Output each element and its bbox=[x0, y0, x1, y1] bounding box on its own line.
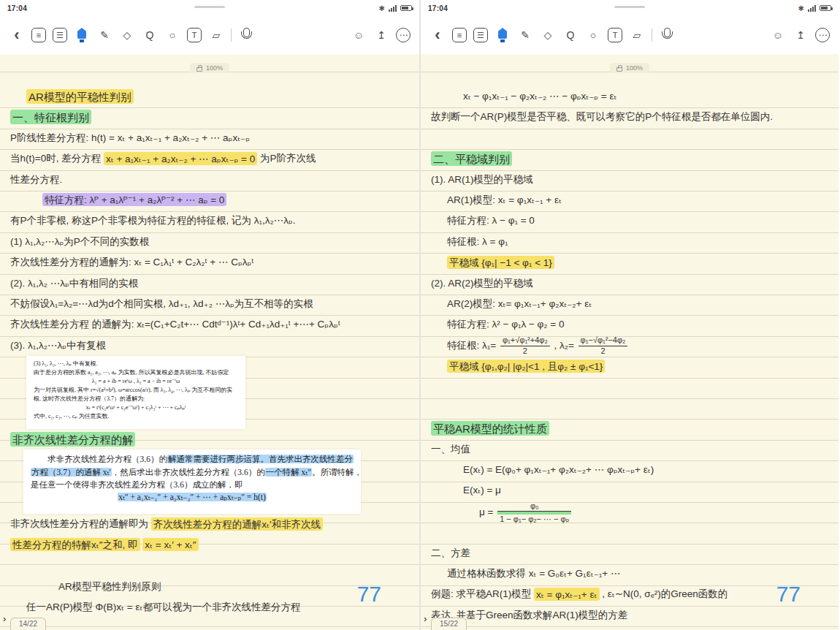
handwritten-line: 齐次线性差分方程的通解为: xₜ = C₁λ₁ᵗ + C₂λ₂ᵗ + ⋯ Cₚλ… bbox=[6, 252, 418, 273]
sidebar-chevron-icon[interactable]: › bbox=[3, 613, 6, 624]
back-icon[interactable]: ‹ bbox=[429, 27, 446, 43]
highlighted-text: 特征方程: λᴾ + a₁λᴾ⁻¹ + a₂λᴾ⁻² + ⋯ aₚ = 0 bbox=[42, 193, 226, 206]
bookmarks-icon[interactable]: ☰ bbox=[53, 28, 67, 42]
more-icon[interactable]: ⋯ bbox=[815, 28, 830, 42]
highlighted-text: xₜ + a₁xₜ₋₁ + a₂xₜ₋₂ + ⋯ aₚxₜ₋ₚ = 0 bbox=[104, 152, 257, 165]
print-line: 是任意一个使得非齐次线性差分方程（3.6）成立的解，即 bbox=[31, 479, 354, 491]
handwritten-line: AR模型平稳性判别原则 bbox=[6, 577, 418, 597]
text-icon[interactable]: T bbox=[608, 28, 622, 42]
text-segment: (3) λ₁, λ₂, ⋯, λₚ 中有复根. bbox=[34, 360, 98, 367]
tape-icon[interactable]: ▱ bbox=[629, 27, 645, 43]
paper-canvas[interactable]: 100% xₜ − φ₁xₜ₋₁ − φ₂xₜ₋₂ ⋯ − φₚxₜ₋ₚ = ε… bbox=[421, 54, 839, 630]
text-segment: , εₜ∼N(0, σₑ²)的Green函数的 bbox=[600, 588, 728, 599]
mic-icon[interactable] bbox=[659, 27, 675, 43]
share-icon[interactable]: ↥ bbox=[373, 27, 389, 43]
shapes-icon[interactable]: ○ bbox=[164, 27, 180, 43]
text-segment: 二、方差 bbox=[431, 547, 470, 558]
text-segment: 非齐次线性差分方程的通解即为 bbox=[10, 518, 151, 529]
favorite-pen-icon[interactable] bbox=[495, 27, 511, 43]
handwritten-line: 特征根: λ = φ₁ bbox=[427, 232, 837, 252]
highlighted-text: 平稳域 {φ₁,φ₂| |φ₂|<1 , 且φ₂ ± φ₁<1} bbox=[447, 360, 605, 373]
text-segment: 为P阶齐次线 bbox=[257, 153, 316, 164]
text-segment: (1) λ₁,λ₂⋯λₚ为P个不同的实数根 bbox=[10, 236, 149, 247]
lasso-icon[interactable]: Q bbox=[562, 27, 579, 43]
text-segment: 不妨假设λ₁=λ₂=⋯λd为d个相同实根, λd₊₁, λd₊₂ ⋯λₚ为互不相… bbox=[10, 298, 313, 309]
text-segment: 齐次线性差分方程 的通解为: xₜ=(C₁+C₂t+⋯ Cdtᵈ⁻¹)λᵗ+ C… bbox=[10, 319, 340, 330]
note-page-right: 17:04 ✱ ‹≡☰✎◇Q○T▱☺↥⋯ 100% xₜ − φ₁xₜ₋₁ − … bbox=[419, 0, 839, 630]
page-indicator[interactable]: 15/22 bbox=[431, 618, 467, 630]
text-segment: ，然后求出非齐次线性差分方程（3.6）的 bbox=[112, 468, 265, 477]
signal-icon bbox=[808, 5, 816, 12]
paper-canvas[interactable]: 100% AR模型的平稳性判别一、特征根判别P阶线性差分方程: h(t) = x… bbox=[0, 54, 419, 630]
page-indicator[interactable]: 14/22 bbox=[10, 618, 46, 630]
handwritten-line: E(xₜ) = μ bbox=[427, 480, 837, 501]
pen-icon[interactable]: ✎ bbox=[517, 27, 533, 43]
handwritten-line: 齐次线性差分方程 的通解为: xₜ=(C₁+C₂t+⋯ Cdtᵈ⁻¹)λᵗ+ C… bbox=[6, 314, 418, 335]
fraction: φ₁+√φ₁²+4φ₂2 bbox=[500, 335, 550, 356]
sticker-icon[interactable]: ☺ bbox=[770, 27, 786, 43]
fraction: φ₀1 − φ₁− φ₂− ⋯ − φₚ bbox=[497, 501, 571, 524]
clock: 17:04 bbox=[7, 4, 27, 12]
eraser-icon[interactable]: ◇ bbox=[119, 27, 135, 43]
text-segment: 是任意一个使得非齐次线性差分方程（3.6）成立的解，即 bbox=[31, 480, 243, 489]
text-segment: 齐次线性差分方程的通解为: xₜ = C₁λ₁ᵗ + C₂λ₂ᵗ + ⋯ Cₚλ… bbox=[10, 257, 253, 267]
favorite-pen-icon[interactable] bbox=[74, 27, 90, 43]
text-segment: 特征根: λ = φ₁ bbox=[447, 236, 508, 247]
zoom-level: 100% bbox=[626, 64, 643, 72]
handwritten-line: 非齐次线性差分方程的解 bbox=[6, 429, 418, 449]
zoom-indicator[interactable]: 100% bbox=[190, 63, 229, 73]
text-segment: E(xₜ) = E(φ₀+ φ₁xₜ₋₁+ φ₂xₜ₋₂+ ⋯ φₚxₜ₋ₚ+ … bbox=[463, 464, 654, 475]
outline-icon[interactable]: ≡ bbox=[452, 28, 467, 42]
text-segment: 。所谓特解，就 bbox=[312, 468, 361, 477]
text-segment: 由于差分方程的系数 a₁, a₂, ⋯, aₚ 为实数, 所以其复根必是共轭出现… bbox=[34, 369, 229, 376]
bookmarks-icon[interactable]: ☰ bbox=[473, 28, 488, 42]
text-segment: 任一AR(P)模型 Φ(B)xₜ = εₜ都可以视为一个非齐次线性差分方程 bbox=[26, 601, 300, 612]
handwritten-line: 平稳域 {φ₁,φ₂| |φ₂|<1 , 且φ₂ ± φ₁<1} bbox=[427, 356, 837, 376]
text-segment: (2). AR(2)模型的平稳域 bbox=[431, 278, 533, 289]
shapes-icon[interactable]: ○ bbox=[585, 27, 601, 43]
highlighted-text: 一个特解 xₜ″ bbox=[265, 468, 312, 477]
eraser-icon[interactable]: ◇ bbox=[540, 27, 556, 43]
handwritten-line: 特征方程: λ² − φ₁λ − φ₂ = 0 bbox=[427, 314, 837, 335]
text-segment: P阶线性差分方程: h(t) = xₜ + a₁xₜ₋₁ + a₂xₜ₋₂ + … bbox=[10, 132, 250, 143]
handwritten-line: 平稳AR模型的统计性质 bbox=[427, 418, 837, 439]
drag-handle-icon bbox=[194, 6, 225, 8]
highlighted-text: xₜ = φ₁xₜ₋₁+ εₜ bbox=[534, 588, 599, 601]
text-segment: 根, 这时齐次线性差分方程（3.7）的通解为: bbox=[34, 395, 145, 402]
toolbar: ‹≡☰✎◇Q○T▱☺↥⋯ bbox=[0, 16, 419, 54]
fraction: φ₁−√φ₁²−4φ₂2 bbox=[579, 335, 628, 356]
text-segment: 式中, c₁, c₂, ⋯, cₚ 为任意实数. bbox=[34, 413, 109, 420]
toolbar: ‹≡☰✎◇Q○T▱☺↥⋯ bbox=[421, 16, 839, 54]
handwritten-line: 特征根: λ₁= φ₁+√φ₁²+4φ₂2 , λ₂= φ₁−√φ₁²−4φ₂2 bbox=[427, 335, 837, 356]
handwritten-line: E(xₜ) = E(φ₀+ φ₁xₜ₋₁+ φ₂xₜ₋₂+ ⋯ φₚxₜ₋ₚ+ … bbox=[427, 460, 837, 480]
handwritten-line: 当h(t)=0时, 差分方程 xₜ + a₁xₜ₋₁ + a₂xₜ₋₂ + ⋯ … bbox=[6, 148, 418, 169]
unlock-icon bbox=[616, 67, 622, 72]
notes-app-split-view: 17:04 ✱ ‹≡☰✎◇Q○T▱☺↥⋯ 100% AR模型的平稳性判别一、特征… bbox=[0, 0, 840, 630]
handwritten-line: (1) λ₁,λ₂⋯λₚ为P个不同的实数根 bbox=[6, 232, 418, 252]
outline-icon[interactable]: ≡ bbox=[31, 28, 46, 42]
text-segment: 性差分方程. bbox=[10, 174, 62, 185]
pen-icon[interactable]: ✎ bbox=[96, 27, 112, 43]
share-icon[interactable]: ↥ bbox=[793, 27, 809, 43]
highlighted-text: 性差分方程的特解xₜ″之和, 即 bbox=[10, 538, 140, 551]
sidebar-chevron-icon[interactable]: › bbox=[424, 613, 427, 624]
more-icon[interactable]: ⋯ bbox=[396, 28, 411, 42]
back-icon[interactable]: ‹ bbox=[9, 27, 25, 43]
page-number: 77 bbox=[776, 582, 801, 607]
sticker-icon[interactable]: ☺ bbox=[351, 27, 367, 43]
mic-icon[interactable] bbox=[238, 27, 254, 43]
highlighted-text: 齐次线性差分方程的通解xₜ′和非齐次线 bbox=[151, 517, 323, 531]
handwritten-line: AR模型的平稳性判别 bbox=[6, 86, 418, 107]
handwritten-line: 二、方差 bbox=[427, 543, 837, 563]
text-segment: 一、均值 bbox=[431, 444, 470, 455]
text-icon[interactable]: T bbox=[187, 28, 202, 42]
toolbar-divider bbox=[231, 29, 232, 42]
text-segment: AR(1)模型: xₜ = φ₁xₜ₋₁ + εₜ bbox=[447, 194, 562, 205]
zoom-level: 100% bbox=[206, 64, 223, 72]
text-segment: 故判断一个AR(P)模型是否平稳、既可以考察它的P个特征根是否都在单位圆内. bbox=[431, 111, 773, 122]
lasso-icon[interactable]: Q bbox=[142, 27, 158, 43]
handwritten-line: 故判断一个AR(P)模型是否平稳、既可以考察它的P个特征根是否都在单位圆内. bbox=[427, 107, 837, 127]
tape-icon[interactable]: ▱ bbox=[208, 27, 224, 43]
zoom-indicator[interactable]: 100% bbox=[610, 63, 649, 73]
handwritten-line: 任一AR(P)模型 Φ(B)xₜ = εₜ都可以视为一个非齐次线性差分方程 bbox=[6, 597, 418, 618]
